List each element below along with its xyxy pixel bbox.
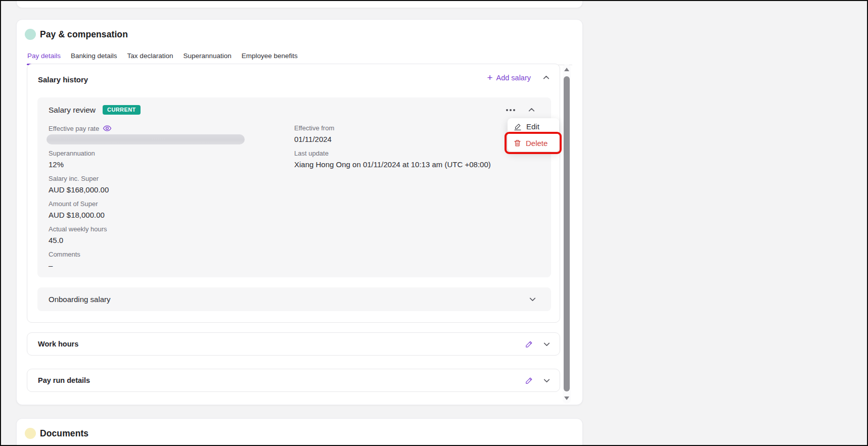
current-status-badge: CURRENT bbox=[103, 105, 141, 115]
pay-compensation-card: Pay & compensation Pay details Banking d… bbox=[16, 19, 583, 405]
field-value: 45.0 bbox=[49, 235, 286, 245]
salary-review-title: Salary review bbox=[49, 106, 96, 115]
menu-item-delete[interactable]: Delete bbox=[508, 135, 559, 152]
edit-label: Edit bbox=[526, 122, 539, 131]
fields-column-left: Effective pay rate Superannuation 12% Sa… bbox=[49, 124, 286, 275]
documents-section-icon bbox=[25, 428, 36, 439]
field-effective-from: Effective from 01/11/2024 bbox=[294, 124, 537, 144]
chevron-down-icon bbox=[542, 376, 551, 385]
chevron-down-icon bbox=[542, 340, 551, 349]
onboarding-salary-label: Onboarding salary bbox=[49, 295, 111, 304]
field-label: Effective pay rate bbox=[49, 124, 99, 133]
eye-icon[interactable] bbox=[103, 124, 112, 133]
work-hours-title: Work hours bbox=[38, 340, 78, 348]
more-menu-button[interactable] bbox=[505, 107, 516, 113]
chevron-up-icon bbox=[527, 106, 536, 114]
plus-icon: + bbox=[487, 74, 492, 82]
scroll-down-icon[interactable] bbox=[564, 397, 569, 400]
field-value: 12% bbox=[49, 159, 286, 170]
add-salary-button[interactable]: + Add salary bbox=[487, 74, 531, 82]
tab-employee-benefits[interactable]: Employee benefits bbox=[241, 49, 298, 65]
salary-review-controls bbox=[505, 106, 536, 114]
documents-title: Documents bbox=[40, 428, 88, 439]
field-value: AUD $18,000.00 bbox=[49, 210, 286, 220]
field-label: Superannuation bbox=[49, 149, 286, 158]
scrollbar bbox=[563, 64, 571, 404]
previous-card-bottom-edge bbox=[16, 0, 583, 8]
field-value: – bbox=[49, 260, 286, 271]
work-hours-edit-button[interactable] bbox=[525, 340, 533, 349]
salary-review-card: Salary review CURRENT Effective pay rate bbox=[37, 97, 551, 277]
field-label: Amount of Super bbox=[49, 200, 286, 208]
field-label: Last update bbox=[294, 149, 537, 158]
field-comments: Comments – bbox=[49, 250, 286, 271]
field-label: Actual weekly hours bbox=[49, 225, 286, 233]
pay-run-expand-button[interactable] bbox=[542, 376, 551, 385]
masked-pay-rate-value bbox=[47, 134, 245, 144]
page-title: Pay & compensation bbox=[40, 29, 128, 40]
add-salary-label: Add salary bbox=[496, 74, 531, 82]
context-menu: Edit Delete bbox=[508, 118, 559, 152]
field-label: Effective from bbox=[294, 124, 537, 132]
field-effective-pay-rate: Effective pay rate bbox=[49, 124, 286, 144]
field-last-update: Last update Xiang Hong Ong on 01/11/2024… bbox=[294, 149, 537, 170]
field-actual-weekly-hours: Actual weekly hours 45.0 bbox=[49, 225, 286, 245]
pay-run-edit-button[interactable] bbox=[525, 376, 533, 385]
documents-card: Documents bbox=[16, 418, 583, 446]
pencil-icon bbox=[525, 376, 533, 385]
menu-item-edit[interactable]: Edit bbox=[508, 118, 559, 135]
tab-pay-details[interactable]: Pay details bbox=[27, 49, 61, 65]
pay-run-details-card: Pay run details bbox=[27, 369, 560, 392]
work-hours-expand-button[interactable] bbox=[542, 340, 551, 349]
delete-label: Delete bbox=[526, 139, 547, 147]
chevron-up-icon bbox=[542, 73, 551, 82]
tab-superannuation[interactable]: Superannuation bbox=[182, 49, 232, 65]
tab-tax-declaration[interactable]: Tax declaration bbox=[127, 49, 174, 65]
fields-column-right: Effective from 01/11/2024 Last update Xi… bbox=[294, 124, 537, 174]
edit-icon bbox=[514, 123, 522, 131]
documents-header: Documents bbox=[25, 428, 88, 439]
field-value: Xiang Hong Ong on 01/11/2024 at 10:13 am… bbox=[294, 159, 537, 170]
salary-history-title: Salary history bbox=[38, 75, 88, 84]
tab-banking-details[interactable]: Banking details bbox=[70, 49, 118, 65]
page-background: Pay & compensation Pay details Banking d… bbox=[0, 0, 868, 446]
salary-review-header: Salary review CURRENT bbox=[49, 105, 141, 115]
field-amount-of-super: Amount of Super AUD $18,000.00 bbox=[49, 200, 286, 220]
scroll-up-icon[interactable] bbox=[564, 68, 569, 71]
chevron-down-icon bbox=[528, 295, 537, 304]
pay-run-details-title: Pay run details bbox=[38, 376, 90, 384]
field-value: 01/11/2024 bbox=[294, 134, 537, 144]
ellipsis-icon bbox=[506, 109, 508, 111]
field-value: AUD $168,000.00 bbox=[49, 184, 286, 195]
onboarding-salary-row[interactable]: Onboarding salary bbox=[37, 287, 551, 311]
salary-review-collapse-button[interactable] bbox=[527, 106, 536, 114]
field-superannuation: Superannuation 12% bbox=[49, 149, 286, 170]
trash-icon bbox=[514, 139, 521, 147]
field-label: Salary inc. Super bbox=[49, 174, 286, 183]
scrollbar-thumb[interactable] bbox=[564, 76, 570, 391]
pay-section-icon bbox=[25, 29, 36, 40]
pencil-icon bbox=[525, 340, 533, 349]
salary-history-collapse-button[interactable] bbox=[542, 73, 551, 82]
section-header: Pay & compensation bbox=[25, 29, 128, 40]
field-salary-inc-super: Salary inc. Super AUD $168,000.00 bbox=[49, 174, 286, 195]
salary-history-panel: Salary history + Add salary Salary revie… bbox=[27, 64, 560, 323]
field-label: Comments bbox=[49, 250, 286, 259]
salary-history-actions: + Add salary bbox=[487, 73, 551, 82]
tab-bar: Pay details Banking details Tax declarat… bbox=[27, 49, 572, 65]
work-hours-card: Work hours bbox=[27, 332, 560, 356]
